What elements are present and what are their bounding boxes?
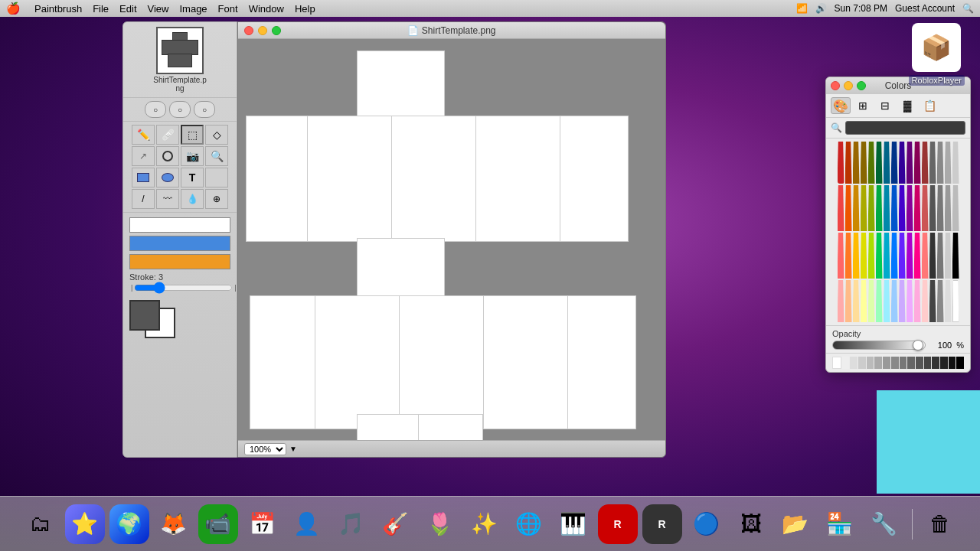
menu-window[interactable]: Window bbox=[249, 3, 284, 15]
menu-file[interactable]: File bbox=[93, 3, 109, 15]
colors-search-input[interactable] bbox=[845, 121, 965, 135]
crayon-med-1[interactable] bbox=[838, 185, 844, 231]
crayon-4[interactable] bbox=[861, 142, 867, 184]
crayon-lt-3[interactable] bbox=[853, 233, 860, 279]
crayon-xlt-9[interactable] bbox=[899, 280, 906, 322]
crayon-xlt-12[interactable] bbox=[922, 280, 929, 322]
crayon-7[interactable] bbox=[884, 142, 890, 184]
opacity-thumb[interactable] bbox=[913, 340, 923, 350]
crayon-med-9[interactable] bbox=[899, 185, 906, 231]
crayon-15[interactable] bbox=[945, 142, 952, 184]
crayon-10[interactable] bbox=[906, 142, 913, 184]
strip-8[interactable] bbox=[900, 357, 907, 369]
crayon-3[interactable] bbox=[853, 142, 860, 184]
crayon-lt-11[interactable] bbox=[914, 233, 921, 279]
crayon-5[interactable] bbox=[868, 142, 875, 184]
oval-tool[interactable] bbox=[156, 168, 179, 187]
crayon-xlt-4[interactable] bbox=[861, 280, 867, 322]
crayon-lt-7[interactable] bbox=[884, 233, 890, 279]
crayon-med-7[interactable] bbox=[884, 185, 890, 231]
dock-facetime[interactable]: 📹 bbox=[198, 504, 238, 544]
crayon-med-3[interactable] bbox=[853, 185, 860, 231]
line-tool[interactable]: / bbox=[132, 189, 155, 209]
crayon-11[interactable] bbox=[914, 142, 921, 184]
rect-tool[interactable] bbox=[132, 168, 155, 187]
dock-iphoto[interactable]: 🌷 bbox=[420, 504, 460, 544]
crayon-xlt-6[interactable] bbox=[876, 280, 883, 322]
curve-tool[interactable]: 〰 bbox=[156, 189, 179, 209]
color-bar-primary[interactable] bbox=[129, 236, 230, 251]
colors-tab-crayons[interactable]: 📋 bbox=[920, 97, 939, 114]
pencil-tool[interactable]: ✏️ bbox=[132, 125, 155, 145]
crayon-med-14[interactable] bbox=[937, 185, 944, 231]
crayon-xlt-2[interactable] bbox=[845, 280, 852, 322]
dock-itunes[interactable]: 🎵 bbox=[332, 504, 371, 544]
text-tool[interactable]: T bbox=[181, 168, 204, 187]
crayon-med-16[interactable] bbox=[952, 185, 959, 231]
user-account[interactable]: Guest Account bbox=[895, 3, 955, 14]
crayon-14[interactable] bbox=[937, 142, 944, 184]
dock-trash[interactable]: 🗑 bbox=[920, 504, 960, 544]
colors-tab-wheel[interactable]: 🎨 bbox=[831, 97, 851, 114]
stamp-tool[interactable]: 📷 bbox=[181, 146, 204, 166]
crayon-lt-1[interactable] bbox=[838, 233, 844, 279]
strip-2[interactable] bbox=[850, 357, 858, 369]
color-bar-secondary[interactable] bbox=[129, 254, 230, 269]
opacity-slider-track[interactable] bbox=[832, 341, 926, 350]
crayon-xlt-14[interactable] bbox=[937, 280, 944, 322]
menu-paintbrush[interactable]: Paintbrush bbox=[34, 3, 82, 15]
eyedrop-tool[interactable]: 💧 bbox=[181, 189, 204, 209]
strip-6[interactable] bbox=[883, 357, 890, 369]
zoom-select[interactable]: 100% bbox=[244, 443, 286, 455]
search-icon[interactable]: 🔍 bbox=[962, 3, 974, 14]
crayon-lt-5[interactable] bbox=[868, 233, 875, 279]
canvas-content[interactable] bbox=[238, 39, 665, 440]
crayon-med-6[interactable] bbox=[876, 185, 883, 231]
brush-tool[interactable] bbox=[205, 168, 228, 187]
crayon-16[interactable] bbox=[952, 142, 959, 184]
select-tool[interactable]: ⬚ bbox=[181, 125, 204, 145]
colors-tab-palette[interactable]: ⊟ bbox=[875, 97, 895, 114]
crayon-lt-15[interactable] bbox=[945, 233, 952, 279]
crayon-med-12[interactable] bbox=[922, 185, 929, 231]
strip-11[interactable] bbox=[924, 357, 932, 369]
dock-downloads[interactable]: 📂 bbox=[776, 504, 815, 544]
strip-7[interactable] bbox=[891, 357, 899, 369]
crayon-xlt-11[interactable] bbox=[914, 280, 921, 322]
crayon-med-2[interactable] bbox=[845, 185, 852, 231]
strip-3[interactable] bbox=[858, 357, 866, 369]
dock-garageband[interactable]: 🎸 bbox=[376, 504, 416, 544]
strip-12[interactable] bbox=[932, 357, 939, 369]
close-button[interactable] bbox=[244, 26, 253, 35]
eraser-tool[interactable]: 🩹 bbox=[156, 125, 179, 145]
crayon-lt-12[interactable] bbox=[922, 233, 929, 279]
colors-maximize-button[interactable] bbox=[857, 81, 866, 90]
crayon-xlt-15[interactable] bbox=[945, 280, 952, 322]
mode-btn-2[interactable]: ○ bbox=[169, 101, 191, 118]
minimize-button[interactable] bbox=[258, 26, 267, 35]
strip-13[interactable] bbox=[940, 357, 948, 369]
strip-5[interactable] bbox=[874, 357, 882, 369]
crayon-lt-13[interactable] bbox=[929, 233, 936, 279]
strip-1[interactable] bbox=[842, 357, 850, 369]
dock-roblox2[interactable]: R bbox=[642, 504, 682, 544]
dock-safari[interactable]: 🌐 bbox=[509, 504, 549, 544]
crayon-lt-16[interactable] bbox=[952, 233, 959, 279]
crayon-lt-2[interactable] bbox=[845, 233, 852, 279]
crayon-lt-14[interactable] bbox=[937, 233, 944, 279]
strip-14[interactable] bbox=[949, 357, 956, 369]
dock-chrome[interactable]: 🔵 bbox=[687, 504, 727, 544]
dock-roblox[interactable]: R bbox=[598, 504, 638, 544]
menu-image[interactable]: Image bbox=[179, 3, 207, 15]
zoom-tool[interactable]: 🔍 bbox=[205, 146, 228, 166]
crayon-xlt-16[interactable] bbox=[952, 280, 959, 322]
crayon-1[interactable] bbox=[838, 142, 844, 184]
crayon-12[interactable] bbox=[922, 142, 929, 184]
dock-dashboard[interactable]: 🌍 bbox=[109, 504, 149, 544]
menu-font[interactable]: Font bbox=[218, 3, 238, 15]
fg-color-swatch[interactable] bbox=[129, 300, 160, 331]
mode-btn-3[interactable]: ○ bbox=[194, 101, 215, 118]
strip-10[interactable] bbox=[916, 357, 923, 369]
dock-utilities[interactable]: 🔧 bbox=[864, 504, 904, 544]
crayon-lt-10[interactable] bbox=[906, 233, 913, 279]
